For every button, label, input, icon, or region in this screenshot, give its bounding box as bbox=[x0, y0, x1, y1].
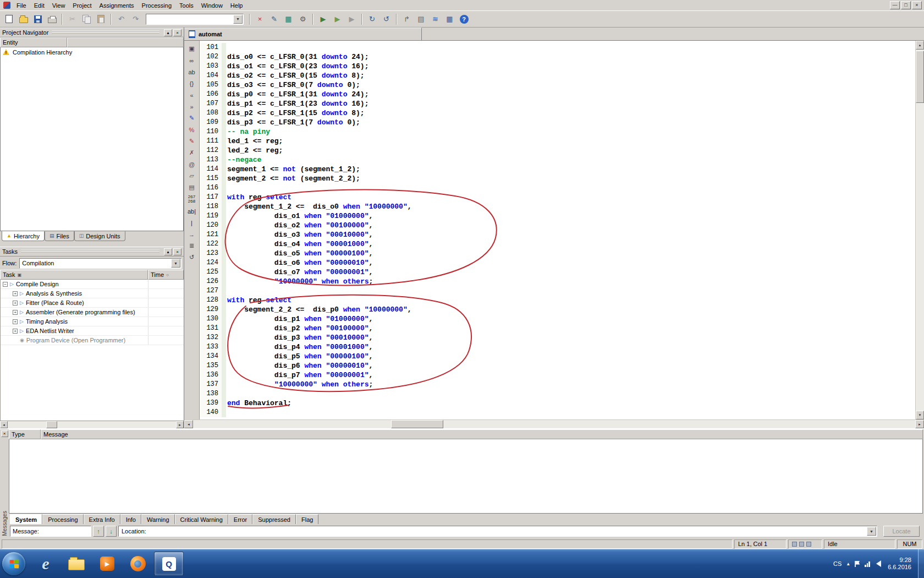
screen-icon[interactable]: ▣ bbox=[186, 43, 198, 54]
code-line[interactable]: 102dis_o0 <= c_LFSR_0(31 downto 24); bbox=[200, 52, 915, 62]
code-line[interactable]: 130 dis_p1 when "01000000", bbox=[200, 314, 915, 324]
previous-message-button[interactable]: ↑ bbox=[93, 526, 104, 537]
code-line[interactable]: 137 "10000000" when others; bbox=[200, 380, 915, 389]
menu-item-project[interactable]: Project bbox=[69, 1, 95, 10]
undo-button[interactable]: ↶ bbox=[114, 13, 128, 26]
left-horizontal-scrollbar[interactable]: ◄ ► bbox=[0, 421, 184, 428]
toolbar-project-combo[interactable]: ▼ bbox=[146, 14, 244, 25]
stop-processing-button[interactable]: × bbox=[253, 13, 267, 26]
entity-column-extra[interactable] bbox=[67, 37, 184, 47]
start-analysis-button[interactable]: ▶ bbox=[331, 13, 344, 26]
code-line[interactable]: 134 dis_p5 when "00000100", bbox=[200, 352, 915, 361]
type-column[interactable]: Type bbox=[9, 429, 41, 439]
attach-icon[interactable]: @ bbox=[186, 159, 198, 170]
tab-hierarchy[interactable]: ▲Hierarchy bbox=[2, 231, 45, 241]
code-line[interactable]: 101 bbox=[200, 43, 915, 52]
code-line[interactable]: 135 dis_p6 when "00000010", bbox=[200, 361, 915, 370]
hidden-icons-button[interactable]: ▲ bbox=[846, 561, 850, 566]
code-line[interactable]: 129 segment_2_2 <= dis_p0 when "10000000… bbox=[200, 305, 915, 314]
code-line[interactable]: 119 dis_o1 when "01000000", bbox=[200, 211, 915, 221]
expand-icon[interactable]: + bbox=[13, 310, 18, 315]
flow-select[interactable]: Compilation ▼ bbox=[19, 258, 182, 269]
code-line[interactable]: 127 bbox=[200, 286, 915, 296]
book-icon[interactable]: ▤ bbox=[186, 182, 198, 193]
panel-splitter[interactable] bbox=[0, 242, 184, 247]
scrollbar-thumb[interactable] bbox=[391, 420, 443, 428]
minimize-button[interactable]: — bbox=[890, 1, 900, 9]
code-line[interactable]: 139end Behavioral; bbox=[200, 399, 915, 408]
assignment-editor-button[interactable]: ✎ bbox=[267, 13, 281, 26]
code-editor[interactable]: 101102dis_o0 <= c_LFSR_0(31 downto 24);1… bbox=[200, 41, 915, 419]
start-button[interactable] bbox=[2, 552, 25, 575]
task-row-analysis-synthesis[interactable]: +▷Analysis & Synthesis bbox=[1, 289, 184, 298]
save-button[interactable] bbox=[31, 13, 45, 26]
code-line[interactable]: 112led_2 <= reg; bbox=[200, 146, 915, 155]
message-tab-warning[interactable]: Warning bbox=[141, 514, 175, 524]
keyboard-language[interactable]: CS bbox=[833, 560, 842, 567]
location-combo[interactable]: Location: ▼ bbox=[118, 526, 877, 537]
task-row-assembler-generate-programming-files[interactable]: +▷Assembler (Generate programming files) bbox=[1, 308, 184, 317]
menu-item-assignments[interactable]: Assignments bbox=[96, 1, 138, 10]
menu-item-file[interactable]: File bbox=[13, 1, 30, 10]
collapse-button[interactable]: ▴ bbox=[164, 248, 172, 255]
task-row-compile-design[interactable]: −▷Compile Design bbox=[1, 280, 184, 289]
message-tab-extra-info[interactable]: Extra Info bbox=[84, 514, 120, 524]
expand-icon[interactable]: + bbox=[13, 319, 18, 324]
network-icon[interactable] bbox=[865, 561, 872, 567]
code-line[interactable]: 131 dis_p2 when "00100000", bbox=[200, 324, 915, 333]
close-panel-button[interactable]: × bbox=[173, 248, 182, 255]
code-line[interactable]: 114segment_1 <= not (segment_1_2); bbox=[200, 165, 915, 174]
indent-icon[interactable]: » bbox=[186, 101, 198, 112]
code-line[interactable]: 140 bbox=[200, 408, 915, 417]
menu-item-edit[interactable]: Edit bbox=[30, 1, 48, 10]
close-icon[interactable]: × bbox=[1, 430, 8, 437]
task-row-fitter-place-route[interactable]: +▷Fitter (Place & Route) bbox=[1, 298, 184, 308]
menu-item-window[interactable]: Window bbox=[197, 1, 227, 10]
undo-strip-icon[interactable]: ↺ bbox=[186, 252, 198, 263]
start-compilation-button[interactable]: ▶ bbox=[316, 13, 330, 26]
menu-item-view[interactable]: View bbox=[48, 1, 69, 10]
file-explorer-taskbar-button[interactable] bbox=[62, 552, 91, 576]
restore-button[interactable]: □ bbox=[901, 1, 911, 9]
message-tab-processing[interactable]: Processing bbox=[42, 514, 83, 524]
code-line[interactable]: 116 bbox=[200, 183, 915, 193]
code-line[interactable]: 117with reg select bbox=[200, 193, 915, 202]
scroll-left-icon[interactable]: ◄ bbox=[0, 421, 8, 428]
message-tab-error[interactable]: Error bbox=[228, 514, 252, 524]
code-line[interactable]: 128with reg select bbox=[200, 296, 915, 305]
scrollbar-track[interactable] bbox=[8, 421, 176, 428]
pin-planner-button[interactable]: ▦ bbox=[282, 13, 295, 26]
goto-icon[interactable]: → bbox=[186, 229, 198, 239]
editor-tab-automat[interactable]: automat bbox=[184, 28, 422, 40]
code-line[interactable]: 110-- na piny bbox=[200, 127, 915, 137]
chevron-down-icon[interactable]: ▼ bbox=[171, 259, 180, 268]
match-brace-icon[interactable]: {} bbox=[186, 78, 198, 89]
power-analyzer-button[interactable]: ↺ bbox=[380, 13, 393, 26]
action-center-icon[interactable] bbox=[855, 561, 860, 567]
message-tab-info[interactable]: Info bbox=[120, 514, 141, 524]
collapse-button[interactable]: ▴ bbox=[164, 29, 172, 36]
tab-files[interactable]: ▤Files bbox=[45, 231, 74, 241]
comment-icon[interactable]: % bbox=[186, 124, 198, 135]
scrollbar-track[interactable] bbox=[916, 50, 924, 411]
menu-item-tools[interactable]: Tools bbox=[175, 1, 197, 10]
programmer-button[interactable]: ≋ bbox=[428, 13, 442, 26]
template-icon[interactable]: ▱ bbox=[186, 171, 198, 181]
cursor-icon[interactable]: | bbox=[186, 217, 198, 228]
message-tab-system[interactable]: System bbox=[10, 514, 42, 524]
tab-design-units[interactable]: ◫Design Units bbox=[74, 231, 125, 241]
code-line[interactable]: 115segment_2 <= not (segment_2_2); bbox=[200, 174, 915, 183]
eda-tools-button[interactable]: ↱ bbox=[400, 13, 414, 26]
time-column[interactable]: Time ○ bbox=[148, 270, 184, 280]
message-tab-suppressed[interactable]: Suppressed bbox=[252, 514, 296, 524]
code-line[interactable]: 120 dis_o2 when "00100000", bbox=[200, 221, 915, 230]
entity-column[interactable]: Entity bbox=[0, 37, 67, 47]
code-line[interactable]: 103dis_o1 <= c_LFSR_0(23 downto 16); bbox=[200, 62, 915, 71]
message-tab-critical-warning[interactable]: Critical Warning bbox=[175, 514, 228, 524]
incremental-find-icon[interactable]: ab bbox=[186, 67, 198, 77]
code-line[interactable]: 124 dis_o6 when "00000010", bbox=[200, 258, 915, 268]
redo-button[interactable]: ↷ bbox=[129, 13, 142, 26]
code-line[interactable]: 138 bbox=[200, 389, 915, 399]
messages-list[interactable] bbox=[9, 439, 923, 514]
compilation-report-button[interactable]: ▤ bbox=[414, 13, 428, 26]
